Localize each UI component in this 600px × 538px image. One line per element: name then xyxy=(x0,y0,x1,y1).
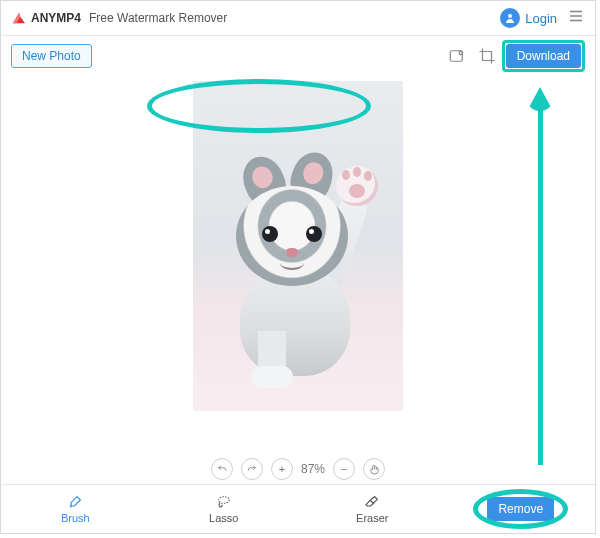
bottom-toolbar: Brush Lasso Eraser Remove xyxy=(1,484,595,533)
app-window: ANYMP4 Free Watermark Remover Login New … xyxy=(0,0,596,534)
login-button[interactable]: Login xyxy=(500,8,557,28)
tool-brush[interactable]: Brush xyxy=(1,494,150,524)
remove-cell: Remove xyxy=(447,497,596,521)
crop-icon[interactable] xyxy=(476,45,498,67)
zoom-out-button[interactable]: − xyxy=(333,458,355,480)
download-highlight: Download xyxy=(502,40,585,72)
brand-name: ANYMP4 xyxy=(31,11,81,25)
app-title: Free Watermark Remover xyxy=(89,11,227,25)
header-bar: ANYMP4 Free Watermark Remover Login xyxy=(1,1,595,36)
eraser-icon xyxy=(362,494,382,510)
undo-button[interactable] xyxy=(211,458,233,480)
top-toolbar: New Photo Download xyxy=(1,36,595,76)
new-photo-button[interactable]: New Photo xyxy=(11,44,92,68)
remove-button[interactable]: Remove xyxy=(487,497,554,521)
svg-rect-1 xyxy=(450,51,462,62)
tool-lasso-label: Lasso xyxy=(209,512,238,524)
tool-eraser[interactable]: Eraser xyxy=(298,494,447,524)
user-avatar-icon xyxy=(500,8,520,28)
zoom-value: 87% xyxy=(301,462,325,476)
tool-eraser-label: Eraser xyxy=(356,512,388,524)
brush-icon xyxy=(65,494,85,510)
compare-icon[interactable] xyxy=(446,45,468,67)
menu-icon[interactable] xyxy=(567,7,585,29)
svg-point-2 xyxy=(459,51,462,54)
redo-button[interactable] xyxy=(241,458,263,480)
svg-point-3 xyxy=(218,497,229,504)
canvas-area xyxy=(1,76,595,450)
tool-lasso[interactable]: Lasso xyxy=(150,494,299,524)
zoom-controls: + 87% − xyxy=(1,450,595,484)
login-label: Login xyxy=(525,11,557,26)
zoom-in-button[interactable]: + xyxy=(271,458,293,480)
download-button[interactable]: Download xyxy=(506,44,581,68)
brand-logo: ANYMP4 Free Watermark Remover xyxy=(11,10,227,26)
lasso-icon xyxy=(214,494,234,510)
photo-preview[interactable] xyxy=(193,81,403,411)
svg-point-0 xyxy=(508,14,512,18)
tool-brush-label: Brush xyxy=(61,512,90,524)
pan-button[interactable] xyxy=(363,458,385,480)
logo-icon xyxy=(11,10,27,26)
kitten-illustration xyxy=(218,116,378,376)
